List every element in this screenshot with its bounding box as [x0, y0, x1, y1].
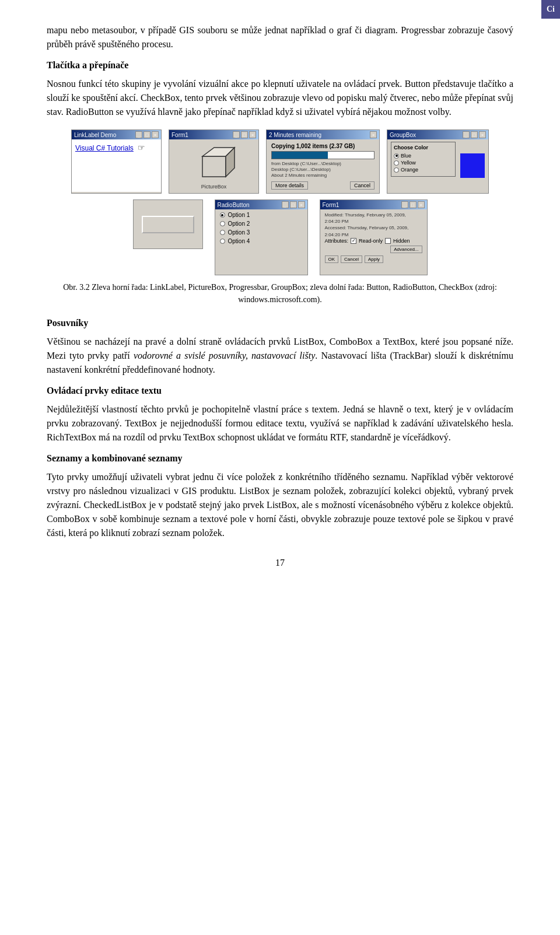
rb-option-4[interactable]: Option 4 [220, 238, 303, 244]
picturebox-body: PictureBox [169, 139, 258, 192]
minimize-btn-cb[interactable]: _ [401, 201, 408, 208]
paragraph-4: Nejdůležitější vlastností těchto prvků j… [47, 402, 513, 444]
button-window [133, 199, 203, 249]
rb-circle-2 [220, 221, 225, 226]
rb-option-3[interactable]: Option 3 [220, 229, 303, 236]
prog-to: Desktop (C:\User...\Desktop) [271, 167, 374, 172]
close-btn[interactable]: × [152, 131, 159, 138]
checkbox-title: Form1 [323, 202, 340, 208]
maximize-btn-cb[interactable]: □ [410, 201, 416, 208]
minimize-btn[interactable]: _ [135, 131, 142, 138]
figure-button [133, 199, 203, 249]
radio-blue[interactable]: Blue [394, 153, 453, 159]
figure-checkbox: Form1 _ □ × Modified: Thursday, February… [320, 199, 428, 275]
heading-buttons: Tlačítka a přepínače [47, 58, 513, 72]
figure-groupbox: GroupBox _ □ × Choose Color Blue [387, 129, 489, 194]
close-btn-gb[interactable]: × [479, 131, 486, 138]
maximize-btn-gb[interactable]: □ [471, 131, 478, 138]
close-btn-cb[interactable]: × [418, 201, 425, 208]
maximize-btn-rb[interactable]: □ [290, 201, 297, 208]
groupbox-title: GroupBox [390, 132, 416, 138]
fig-caption: Obr. 3.2 Zleva horní řada: LinkLabel, Pi… [47, 281, 513, 306]
progress-bar-inner [272, 152, 328, 159]
figure-linklabel: LinkLabel Demo _ □ × Visual C# Tutorials… [71, 129, 162, 194]
cube-svg [191, 142, 237, 183]
minimize-btn-gb[interactable]: _ [463, 131, 470, 138]
linklabel-titlebar: LinkLabel Demo _ □ × [72, 130, 161, 139]
linklabel-body: Visual C# Tutorials ☞ [72, 139, 161, 192]
rb-label-2: Option 2 [228, 220, 250, 227]
cancel-btn-cb[interactable]: Cancel [341, 255, 362, 263]
rb-label-1: Option 1 [228, 212, 250, 218]
paragraph-5: Tyto prvky umožňují uživateli vybrat jed… [47, 470, 513, 540]
cb-readonly-box[interactable]: ✓ [351, 238, 356, 244]
rb-dot-1 [221, 214, 223, 216]
cancel-btn-prog[interactable]: Cancel [350, 181, 374, 190]
progressbar-body: Copying 1,002 items (2.37 GB) from Deskt… [267, 139, 379, 192]
progressbar-titlebar: 2 Minutes remaining × [267, 130, 379, 139]
radio-circle-orange [394, 167, 399, 173]
page-number: 17 [47, 558, 513, 568]
advanced-btn[interactable]: Advanced... [390, 246, 422, 253]
more-details-btn[interactable]: More details [271, 181, 308, 190]
groupbox-titlebar-btns: _ □ × [463, 131, 486, 138]
ok-btn[interactable]: OK [325, 255, 339, 263]
link-label-text[interactable]: Visual C# Tutorials [75, 144, 134, 152]
heading-editace: Ovládací prvky editace textu [47, 384, 513, 398]
rb-label-4: Option 4 [228, 238, 250, 244]
figures-row-1: LinkLabel Demo _ □ × Visual C# Tutorials… [47, 129, 513, 194]
apply-btn[interactable]: Apply [365, 255, 383, 263]
figure-radiobutton: RadioButton _ □ × Option 1 Option 2 [215, 199, 308, 275]
progressbar-title: 2 Minutes remaining [269, 132, 321, 138]
maximize-btn-pb[interactable]: □ [241, 131, 248, 138]
rb-option-1[interactable]: Option 1 [220, 212, 303, 218]
cb-modified: Modified: Thursday, February 05, 2009, 2… [325, 212, 422, 225]
radiobutton-body: Option 1 Option 2 Option 3 Option 4 [215, 209, 307, 274]
heading-posuvniky: Posuvníky [47, 316, 513, 330]
rb-option-2[interactable]: Option 2 [220, 220, 303, 227]
radiobutton-titlebar-btns: _ □ × [282, 201, 305, 208]
linklabel-window: LinkLabel Demo _ □ × Visual C# Tutorials… [71, 129, 162, 194]
top-right-badge: Ci [541, 0, 560, 19]
radio-label-blue: Blue [401, 153, 411, 159]
progressbar-titlebar-btns: × [370, 131, 377, 138]
paragraph-1: mapu nebo metasoubor, v případě GIS soub… [47, 23, 513, 51]
figure-picturebox: Form1 _ □ × [169, 129, 259, 194]
close-btn-prog[interactable]: × [370, 131, 377, 138]
gb-group: Choose Color Blue Yellow O [391, 142, 456, 177]
minimize-btn-rb[interactable]: _ [282, 201, 289, 208]
checkbox-action-btns: OK Cancel Apply [325, 255, 422, 263]
cb-readonly-label: Read-only [359, 238, 383, 244]
rb-circle-3 [220, 230, 225, 235]
picturebox-title: Form1 [172, 132, 188, 138]
progress-bar-outer [271, 151, 374, 159]
maximize-btn[interactable]: □ [144, 131, 150, 138]
linklabel-title: LinkLabel Demo [74, 132, 116, 138]
picturebox-titlebar-btns: _ □ × [233, 131, 256, 138]
rb-label-3: Option 3 [228, 229, 250, 236]
close-btn-pb[interactable]: × [249, 131, 256, 138]
minimize-btn-pb[interactable]: _ [233, 131, 240, 138]
p3-italic: vodorovné a svislé posuvníky, nastavovac… [134, 351, 315, 360]
cb-hidden-label: Hidden [393, 238, 410, 244]
cb-attrs-label: Attributes: [325, 238, 349, 244]
demo-button[interactable] [142, 216, 194, 233]
checkbox-window: Form1 _ □ × Modified: Thursday, February… [320, 199, 428, 275]
cb-accessed: Accessed: Thursday, February 05, 2009, 2… [325, 225, 422, 237]
color-preview-box [460, 153, 485, 178]
page: Ci mapu nebo metasoubor, v případě GIS s… [0, 0, 560, 603]
radio-dot-blue [396, 155, 398, 157]
gb-left: Choose Color Blue Yellow O [391, 142, 456, 190]
cb-hidden-box[interactable] [385, 238, 391, 244]
radio-circle-blue [394, 153, 399, 159]
prog-subtitle: Copying 1,002 items (2.37 GB) [271, 143, 374, 149]
radio-orange[interactable]: Orange [394, 167, 453, 173]
radiobutton-title: RadioButton [218, 202, 250, 208]
prog-about: About 2 Minutes remaining [271, 173, 374, 178]
radiobutton-window: RadioButton _ □ × Option 1 Option 2 [215, 199, 308, 275]
prog-from: from Desktop (C:\User...\Desktop) [271, 161, 374, 166]
groupbox-body: Choose Color Blue Yellow O [387, 139, 488, 192]
radio-yellow[interactable]: Yellow [394, 160, 453, 166]
close-btn-rb[interactable]: × [298, 201, 305, 208]
figures-row-2: RadioButton _ □ × Option 1 Option 2 [47, 199, 513, 275]
